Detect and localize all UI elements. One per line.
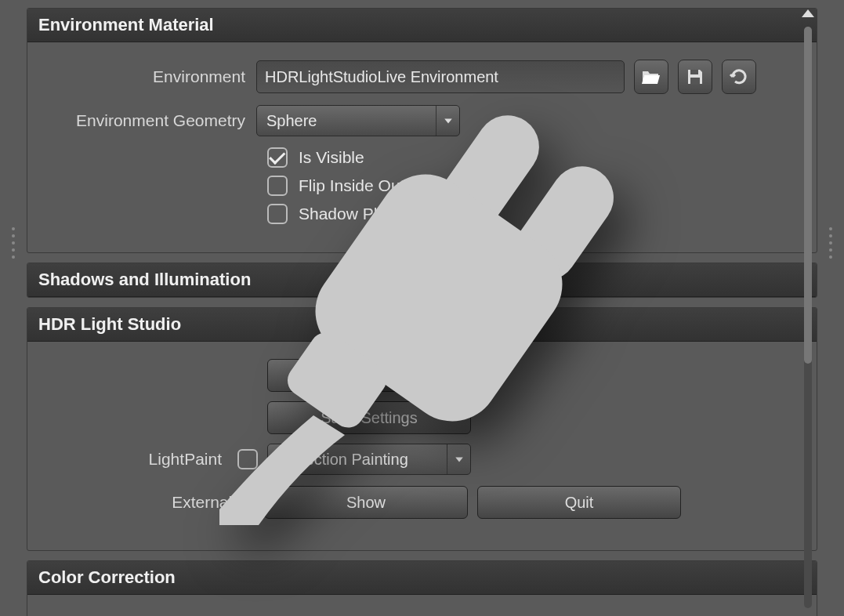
section-shadows-illumination: Shadows and Illumination: [27, 263, 817, 298]
scroll-up-arrow-icon[interactable]: [802, 9, 814, 17]
scroll-thumb[interactable]: [804, 27, 812, 364]
left-grip-handle[interactable]: [9, 227, 17, 259]
lightpaint-mode-dropdown[interactable]: Reflection Painting: [267, 444, 471, 475]
open-folder-icon: [641, 68, 661, 85]
dropdown-value: Sphere: [266, 112, 317, 130]
row-lightpaint: LightPaint Reflection Painting: [40, 444, 804, 475]
refresh-icon: [729, 67, 749, 87]
row-flip-inside-out: Flip Inside Out: [267, 176, 804, 196]
flip-inside-out-checkbox[interactable]: [267, 176, 288, 196]
properties-panel: Environment Material Environment Environ…: [27, 0, 817, 616]
section-header-color-correction[interactable]: Color Correction: [27, 561, 817, 595]
row-environment: Environment: [40, 60, 804, 94]
chevron-down-icon: [444, 116, 453, 125]
dropdown-arrow: [436, 106, 459, 136]
row-environment-geometry: Environment Geometry Sphere: [40, 105, 804, 136]
dropdown-value: Reflection Painting: [277, 451, 408, 469]
environment-geometry-dropdown[interactable]: Sphere: [256, 105, 460, 136]
section-hdr-light-studio: HDR Light Studio Edit Save Settings Ligh…: [27, 307, 817, 551]
lightpaint-checkbox[interactable]: [237, 449, 258, 469]
section-body: Environment Environment Geometry Sphere: [27, 42, 817, 252]
chevron-down-icon: [455, 455, 464, 464]
is-visible-checkbox[interactable]: [267, 147, 288, 168]
section-header-environment-material[interactable]: Environment Material: [27, 9, 817, 42]
row-is-visible: Is Visible: [267, 147, 804, 168]
row-external-ui: External UI Show Quit: [40, 486, 804, 519]
edit-button[interactable]: Edit: [267, 359, 471, 392]
section-color-correction: Color Correction: [27, 560, 817, 616]
is-visible-label: Is Visible: [299, 148, 364, 167]
svg-rect-0: [690, 70, 698, 74]
save-file-button[interactable]: [678, 60, 712, 94]
scroll-track[interactable]: [804, 27, 812, 608]
label-external-ui: External UI: [40, 493, 264, 512]
quit-button[interactable]: Quit: [477, 486, 681, 519]
section-header-hdr[interactable]: HDR Light Studio: [27, 308, 817, 342]
show-button[interactable]: Show: [264, 486, 468, 519]
refresh-button[interactable]: [722, 60, 756, 94]
section-header-shadows[interactable]: Shadows and Illumination: [27, 263, 817, 297]
label-lightpaint: LightPaint: [40, 450, 233, 469]
svg-rect-1: [690, 78, 700, 84]
flip-inside-out-label: Flip Inside Out: [299, 176, 404, 195]
shadow-plane-checkbox[interactable]: [267, 204, 288, 224]
save-disk-icon: [686, 67, 705, 86]
row-shadow-plane: Shadow Plane: [267, 204, 804, 224]
section-body-hdr: Edit Save Settings LightPaint Reflection…: [27, 342, 817, 550]
vertical-scrollbar[interactable]: [802, 9, 814, 608]
environment-input[interactable]: [256, 60, 625, 93]
section-environment-material: Environment Material Environment Environ…: [27, 8, 817, 253]
save-settings-button[interactable]: Save Settings: [267, 401, 471, 434]
dropdown-arrow: [447, 444, 470, 474]
label-environment: Environment: [40, 67, 256, 86]
section-body-color: [27, 595, 817, 616]
open-file-button[interactable]: [634, 60, 668, 94]
right-grip-handle[interactable]: [827, 227, 835, 259]
label-environment-geometry: Environment Geometry: [40, 111, 256, 130]
shadow-plane-label: Shadow Plane: [299, 205, 404, 223]
